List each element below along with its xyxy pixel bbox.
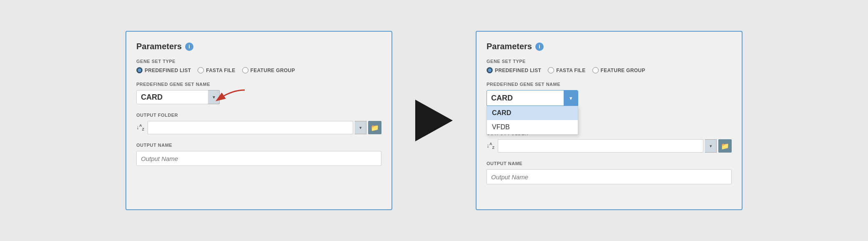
- transition-arrow: [415, 100, 453, 141]
- right-radio-feature-label: FEATURE GROUP: [601, 68, 645, 73]
- right-dropdown-item-card[interactable]: CARD: [487, 106, 578, 120]
- right-panel: Parameters i GENE SET TYPE PREDEFINED LI…: [476, 31, 743, 210]
- left-sort-icon: ↓AZ: [136, 123, 144, 131]
- left-dropdown-wrapper: CARD VFDB ▾: [136, 90, 220, 104]
- left-radio-feature-input[interactable]: [242, 67, 248, 73]
- left-folder-dropdown-btn[interactable]: ▾: [355, 121, 366, 134]
- right-folder-icon: 📁: [721, 142, 729, 150]
- right-radio-fasta[interactable]: FASTA FILE: [548, 67, 585, 73]
- transition-arrow-container: [409, 100, 459, 141]
- right-radio-predefined-label: PREDEFINED LIST: [495, 68, 541, 73]
- left-panel-title: Parameters i: [136, 42, 381, 51]
- right-predefined-gene-set-label: PREDEFINED GENE SET NAME: [487, 82, 732, 87]
- right-output-name-label: OUTPUT NAME: [487, 161, 732, 166]
- left-folder-input-row: ↓AZ ▾ 📁: [136, 121, 381, 134]
- right-radio-fasta-label: FASTA FILE: [556, 68, 585, 73]
- right-dropdown-item-vfdb[interactable]: VFDB: [487, 120, 578, 134]
- left-output-folder-label: OUTPUT FOLDER: [136, 113, 381, 118]
- left-radio-fasta-label: FASTA FILE: [206, 68, 235, 73]
- left-radio-feature[interactable]: FEATURE GROUP: [242, 67, 295, 73]
- right-radio-predefined[interactable]: PREDEFINED LIST: [487, 67, 541, 73]
- left-dropdown-section: PREDEFINED GENE SET NAME CARD VFDB ▾: [136, 82, 381, 104]
- left-info-icon[interactable]: i: [185, 43, 193, 51]
- left-gene-set-type-label: GENE SET TYPE: [136, 59, 381, 64]
- right-gene-set-type-label: GENE SET TYPE: [487, 59, 732, 64]
- right-radio-group: PREDEFINED LIST FASTA FILE FEATURE GROUP: [487, 67, 732, 73]
- right-folder-dropdown-btn[interactable]: ▾: [705, 139, 717, 153]
- left-radio-group: PREDEFINED LIST FASTA FILE FEATURE GROUP: [136, 67, 381, 73]
- right-info-icon[interactable]: i: [535, 43, 544, 51]
- right-radio-fasta-input[interactable]: [548, 67, 554, 73]
- left-radio-predefined-label: PREDEFINED LIST: [145, 68, 191, 73]
- right-folder-input-row: ↓AZ ▾ 📁: [487, 139, 732, 153]
- right-panel-title: Parameters i: [487, 42, 732, 51]
- right-sort-icon: ↓AZ: [487, 142, 494, 150]
- left-dropdown-select[interactable]: CARD VFDB: [136, 90, 220, 104]
- left-panel: Parameters i GENE SET TYPE PREDEFINED LI…: [125, 31, 392, 210]
- right-panel-title-text: Parameters: [487, 42, 532, 51]
- left-folder-icon: 📁: [371, 124, 379, 132]
- red-arrow-annotation: [216, 86, 249, 107]
- left-radio-fasta[interactable]: FASTA FILE: [198, 67, 235, 73]
- left-panel-title-text: Parameters: [136, 42, 182, 51]
- right-folder-browse-btn[interactable]: 📁: [718, 139, 732, 153]
- right-radio-feature[interactable]: FEATURE GROUP: [592, 67, 645, 73]
- left-folder-browse-btn[interactable]: 📁: [368, 121, 381, 134]
- left-radio-fasta-input[interactable]: [198, 67, 204, 73]
- left-radio-predefined-input[interactable]: [136, 67, 143, 73]
- left-predefined-gene-set-label: PREDEFINED GENE SET NAME: [136, 82, 381, 87]
- right-dropdown-selected-text: CARD: [487, 94, 564, 103]
- right-dropdown-open-wrapper: CARD ▾ CARD VFDB: [487, 90, 732, 106]
- left-radio-predefined[interactable]: PREDEFINED LIST: [136, 67, 191, 73]
- right-dropdown-chevron-btn[interactable]: ▾: [564, 90, 578, 105]
- left-output-name-section: OUTPUT NAME: [136, 143, 381, 166]
- left-folder-input[interactable]: [148, 121, 353, 134]
- left-output-name-input[interactable]: [136, 151, 381, 166]
- right-radio-predefined-input[interactable]: [487, 67, 493, 73]
- left-output-name-label: OUTPUT NAME: [136, 143, 381, 148]
- right-dropdown-section: PREDEFINED GENE SET NAME CARD ▾ CARD VFD…: [487, 82, 732, 106]
- right-dropdown-selected-box[interactable]: CARD ▾: [487, 90, 578, 106]
- right-folder-input[interactable]: [498, 139, 703, 153]
- right-dropdown-menu: CARD VFDB: [487, 106, 578, 135]
- main-wrapper: Parameters i GENE SET TYPE PREDEFINED LI…: [0, 0, 868, 241]
- right-output-name-section: OUTPUT NAME: [487, 161, 732, 184]
- right-radio-feature-input[interactable]: [592, 67, 599, 73]
- left-radio-feature-label: FEATURE GROUP: [251, 68, 295, 73]
- left-output-folder-section: OUTPUT FOLDER ↓AZ ▾ 📁: [136, 113, 381, 134]
- right-output-name-input[interactable]: [487, 169, 732, 184]
